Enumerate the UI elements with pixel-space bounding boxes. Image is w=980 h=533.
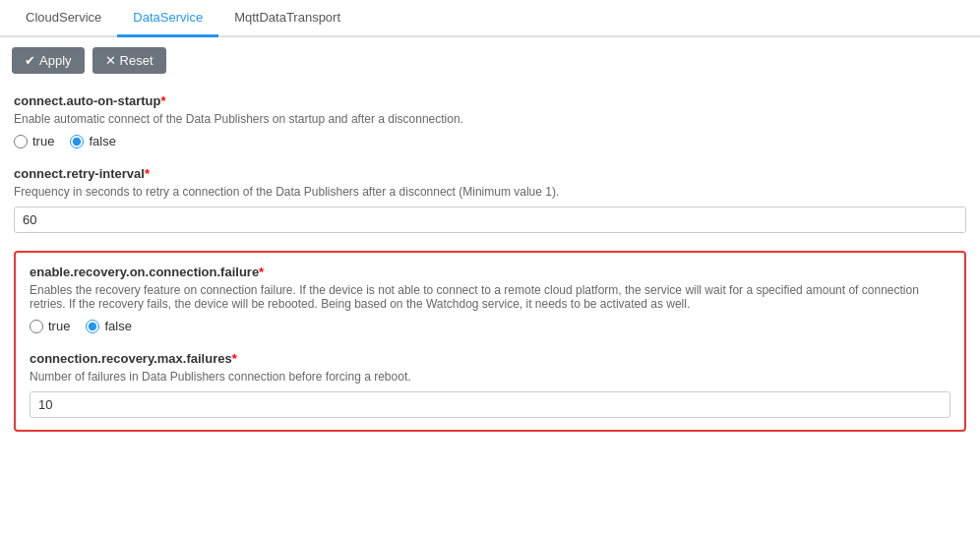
enable-recovery-desc: Enables the recovery feature on connecti…	[30, 283, 950, 311]
connect-auto-on-startup-true-label: true	[32, 134, 54, 148]
field-connection-recovery-max-failures: connection.recovery.max.failures* Number…	[30, 351, 950, 418]
required-marker: *	[161, 93, 166, 108]
connect-auto-on-startup-desc: Enable automatic connect of the Data Pub…	[14, 112, 966, 126]
apply-button[interactable]: ✔ Apply	[12, 47, 85, 74]
connect-auto-on-startup-radio-group: true false	[14, 134, 966, 148]
field-connect-retry-interval: connect.retry-interval* Frequency in sec…	[14, 166, 966, 233]
toolbar: ✔ Apply ✕ Reset	[0, 37, 980, 84]
enable-recovery-label: enable.recovery.on.connection.failure*	[30, 265, 950, 279]
connect-retry-interval-input[interactable]	[14, 207, 966, 233]
field-enable-recovery: enable.recovery.on.connection.failure* E…	[30, 265, 950, 333]
connect-auto-on-startup-radio-true[interactable]: true	[14, 134, 54, 148]
enable-recovery-radio-true[interactable]: true	[30, 319, 70, 333]
tab-cloud-service[interactable]: CloudService	[10, 0, 117, 37]
enable-recovery-false-label: false	[104, 319, 131, 333]
connect-auto-on-startup-radio-false[interactable]: false	[70, 134, 115, 148]
connect-auto-on-startup-radio-true-input[interactable]	[14, 135, 28, 148]
tab-mqtt-data-transport[interactable]: MqttDataTransport	[218, 0, 356, 37]
required-marker-3: *	[259, 265, 264, 279]
tab-data-service[interactable]: DataService	[117, 0, 218, 37]
connect-auto-on-startup-label: connect.auto-on-startup*	[14, 93, 966, 108]
apply-check-icon: ✔	[25, 53, 35, 68]
reset-label: Reset	[120, 53, 153, 68]
enable-recovery-radio-false[interactable]: false	[86, 319, 131, 333]
tab-bar: CloudService DataService MqttDataTranspo…	[0, 0, 980, 37]
main-container: CloudService DataService MqttDataTranspo…	[0, 0, 980, 533]
connect-auto-on-startup-radio-false-input[interactable]	[70, 135, 84, 148]
connection-recovery-max-failures-label: connection.recovery.max.failures*	[30, 351, 950, 366]
required-marker-2: *	[145, 166, 150, 181]
connect-retry-interval-label: connect.retry-interval*	[14, 166, 966, 181]
enable-recovery-radio-false-input[interactable]	[86, 320, 99, 333]
content-area: connect.auto-on-startup* Enable automati…	[0, 84, 980, 451]
enable-recovery-radio-true-input[interactable]	[30, 320, 43, 333]
field-connect-auto-on-startup: connect.auto-on-startup* Enable automati…	[14, 93, 966, 148]
connection-recovery-max-failures-desc: Number of failures in Data Publishers co…	[30, 370, 950, 384]
reset-x-icon: ✕	[105, 53, 116, 68]
connect-retry-interval-desc: Frequency in seconds to retry a connecti…	[14, 185, 966, 199]
enable-recovery-radio-group: true false	[30, 319, 950, 333]
connect-auto-on-startup-false-label: false	[89, 134, 115, 148]
reset-button[interactable]: ✕ Reset	[92, 47, 166, 74]
required-marker-4: *	[232, 351, 237, 366]
enable-recovery-true-label: true	[48, 319, 70, 333]
connection-recovery-max-failures-input[interactable]	[30, 391, 950, 418]
apply-label: Apply	[39, 53, 72, 68]
highlighted-section: enable.recovery.on.connection.failure* E…	[14, 251, 966, 432]
